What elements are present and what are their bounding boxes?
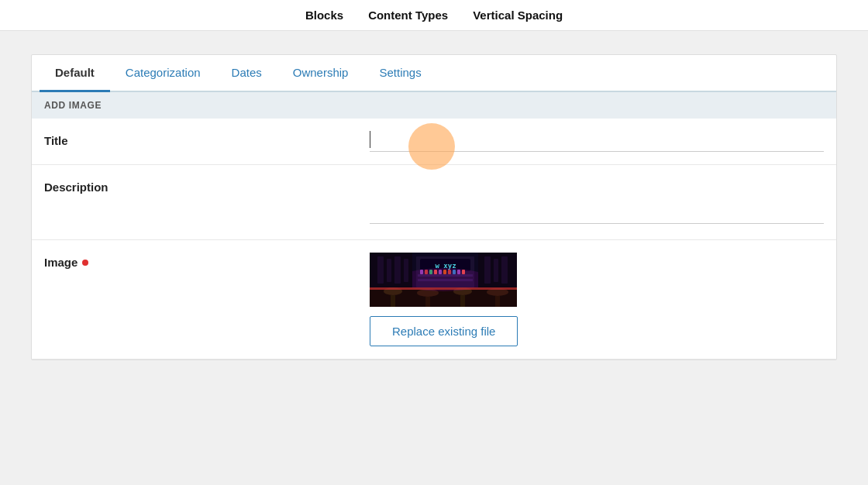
nav-vertical-spacing[interactable]: Vertical Spacing (473, 9, 563, 22)
image-field-row: Image (32, 240, 836, 359)
tab-categorization[interactable]: Categorization (110, 55, 216, 92)
nav-content-types[interactable]: Content Types (368, 9, 448, 22)
svg-rect-28 (377, 256, 384, 284)
tab-ownership[interactable]: Ownership (277, 55, 364, 92)
cursor-indicator (370, 131, 370, 148)
title-field-row: Title (32, 119, 836, 165)
tab-settings[interactable]: Settings (363, 55, 436, 92)
image-label: Image (44, 253, 370, 269)
svg-rect-23 (460, 295, 465, 307)
tab-dates[interactable]: Dates (216, 55, 277, 92)
image-preview: w xyz (370, 253, 517, 307)
svg-rect-26 (370, 287, 517, 290)
description-field-row: Description (32, 165, 836, 240)
svg-rect-33 (484, 256, 491, 284)
svg-rect-29 (387, 259, 391, 282)
svg-rect-31 (404, 259, 408, 282)
tab-default[interactable]: Default (40, 55, 110, 92)
venue-image-svg: w xyz (370, 253, 517, 307)
top-navigation: Blocks Content Types Vertical Spacing (0, 0, 868, 31)
svg-rect-34 (494, 259, 498, 282)
svg-rect-22 (425, 297, 430, 307)
description-label: Description (44, 177, 370, 194)
title-label: Title (44, 131, 370, 147)
nav-blocks[interactable]: Blocks (305, 9, 343, 22)
section-header: ADD IMAGE (32, 92, 836, 119)
svg-rect-21 (391, 295, 395, 307)
svg-rect-35 (501, 256, 508, 284)
title-input-wrapper (370, 131, 824, 152)
description-input-wrapper (370, 177, 824, 227)
main-container: Default Categorization Dates Ownership S… (31, 54, 837, 360)
tab-bar: Default Categorization Dates Ownership S… (32, 55, 836, 92)
form-fields: Title Description Image (32, 119, 836, 359)
svg-rect-24 (495, 296, 500, 307)
replace-file-button[interactable]: Replace existing file (370, 316, 518, 346)
description-input[interactable] (370, 177, 824, 224)
orange-circle-indicator (408, 123, 455, 170)
required-indicator (82, 260, 88, 266)
image-preview-wrapper: w xyz (370, 253, 824, 346)
svg-rect-30 (394, 256, 401, 284)
